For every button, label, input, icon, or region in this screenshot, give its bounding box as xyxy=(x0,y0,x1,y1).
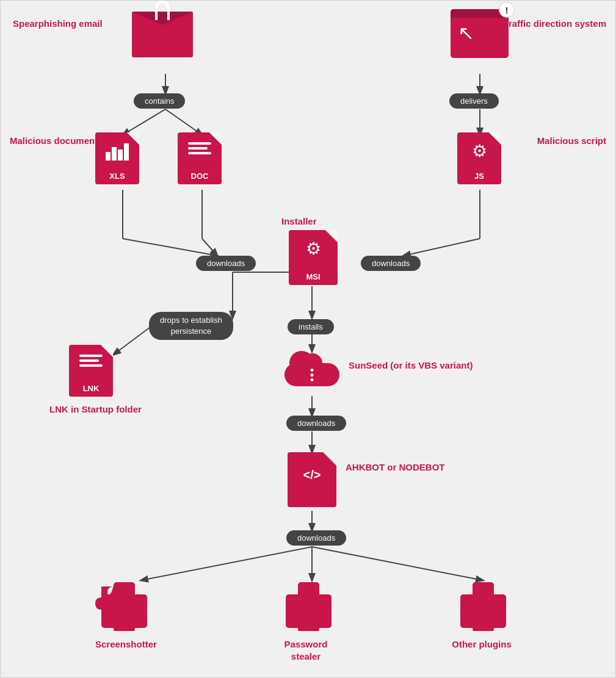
svg-line-16 xyxy=(141,547,312,580)
contains-pill: contains xyxy=(134,93,185,109)
xls-icon: XLS xyxy=(95,132,139,184)
svg-rect-24 xyxy=(101,607,115,619)
svg-rect-30 xyxy=(286,607,299,619)
password-stealer-label: Password stealer xyxy=(275,638,336,662)
svg-line-4 xyxy=(123,239,217,256)
svg-line-1 xyxy=(123,109,165,135)
lnk-startup-label: LNK in Startup folder xyxy=(49,403,142,416)
svg-line-2 xyxy=(165,109,202,135)
lnk-icon: LNK xyxy=(69,345,113,397)
sunseed-label: SunSeed (or its VBS variant) xyxy=(349,359,473,372)
installs-pill: installs xyxy=(288,319,334,334)
installer-label: Installer xyxy=(281,215,317,228)
envelope-icon xyxy=(132,12,193,57)
spearphishing-label: Spearphishing email xyxy=(13,18,103,30)
tds-icon: ↖ ! xyxy=(451,9,509,58)
js-icon: ⚙ JS xyxy=(457,132,501,184)
diagram-container: Spearphishing email Traffic direction sy… xyxy=(0,0,616,678)
downloads-3-pill: downloads xyxy=(286,530,346,546)
downloads-2-pill: downloads xyxy=(286,416,346,431)
ahkbot-label: AHKBOT or NODEBOT xyxy=(346,461,445,474)
svg-rect-23 xyxy=(114,582,135,600)
svg-line-18 xyxy=(312,547,483,580)
sunseed-icon xyxy=(284,350,339,392)
svg-rect-29 xyxy=(298,582,319,600)
svg-line-21 xyxy=(114,327,150,355)
tds-label: Traffic direction system xyxy=(504,18,606,30)
svg-rect-25 xyxy=(134,607,147,619)
svg-rect-37 xyxy=(493,607,506,619)
svg-line-10 xyxy=(404,239,480,256)
screenshotter-puzzle xyxy=(98,579,150,633)
svg-rect-36 xyxy=(460,607,474,619)
svg-rect-35 xyxy=(473,582,494,600)
svg-rect-31 xyxy=(318,607,332,619)
doc-icon: DOC xyxy=(178,132,222,184)
ahkbot-icon: </> xyxy=(288,452,336,507)
delivers-pill: delivers xyxy=(449,93,499,109)
downloads-right-pill: downloads xyxy=(361,256,421,271)
svg-line-6 xyxy=(202,239,217,256)
screenshotter-label: Screenshotter xyxy=(95,638,150,651)
other-plugins-puzzle xyxy=(457,579,509,633)
password-stealer-puzzle xyxy=(283,579,335,633)
drops-pill: drops to establishpersistence xyxy=(149,312,233,340)
malicious-document-label: Malicious document xyxy=(10,135,98,147)
arrows-svg xyxy=(1,1,616,678)
malicious-script-label: Malicious script xyxy=(537,135,606,147)
other-plugins-label: Other plugins xyxy=(451,638,512,651)
msi-icon: ⚙ MSI xyxy=(289,230,338,285)
downloads-left-pill: downloads xyxy=(196,256,256,271)
